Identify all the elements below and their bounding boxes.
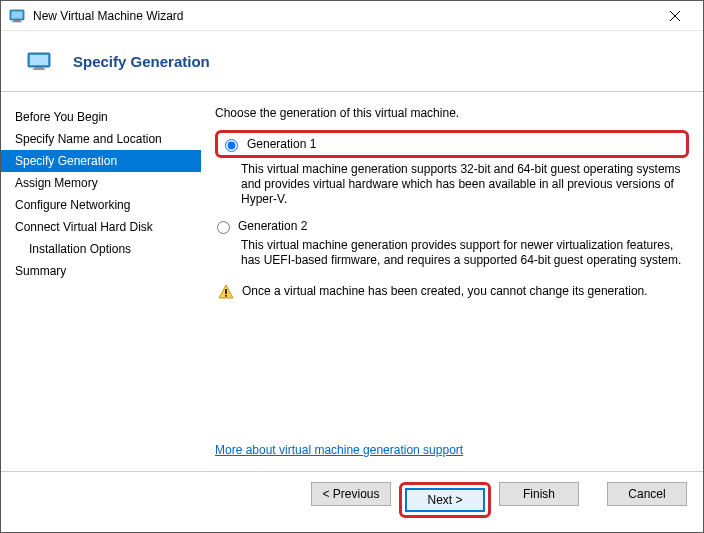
sidebar-item-configure-networking[interactable]: Configure Networking [1,194,201,216]
footer: < Previous Next > Finish Cancel [1,471,703,532]
warning-text: Once a virtual machine has been created,… [242,284,648,298]
header: Specify Generation [1,31,703,91]
sidebar-item-specify-name[interactable]: Specify Name and Location [1,128,201,150]
finish-button[interactable]: Finish [499,482,579,506]
sidebar-item-summary[interactable]: Summary [1,260,201,282]
cancel-button[interactable]: Cancel [607,482,687,506]
main-content: Choose the generation of this virtual ma… [201,92,703,471]
page-title: Specify Generation [73,53,210,70]
previous-button[interactable]: < Previous [311,482,391,506]
close-button[interactable] [655,2,695,30]
desc-gen1: This virtual machine generation supports… [241,162,689,207]
svg-rect-3 [13,21,22,22]
link-row: More about virtual machine generation su… [215,443,689,471]
sidebar-item-before-you-begin[interactable]: Before You Begin [1,106,201,128]
radio-label-gen2: Generation 2 [238,219,307,233]
desc-gen2: This virtual machine generation provides… [241,238,689,268]
svg-rect-8 [35,67,43,69]
svg-rect-7 [30,55,48,65]
sidebar: Before You Begin Specify Name and Locati… [1,92,201,471]
app-icon [9,8,25,24]
header-icon [27,52,51,70]
sidebar-item-connect-vhd[interactable]: Connect Virtual Hard Disk [1,216,201,238]
svg-rect-2 [14,20,20,21]
next-button[interactable]: Next > [405,488,485,512]
highlight-next: Next > [399,482,491,518]
warning-row: Once a virtual machine has been created,… [215,284,689,300]
highlight-gen1: Generation 1 [215,130,689,158]
sidebar-item-assign-memory[interactable]: Assign Memory [1,172,201,194]
radio-generation-2[interactable] [217,221,230,234]
more-info-link[interactable]: More about virtual machine generation su… [215,443,463,457]
svg-rect-12 [225,295,227,297]
titlebar: New Virtual Machine Wizard [1,1,703,31]
window-title: New Virtual Machine Wizard [33,9,655,23]
sidebar-item-installation-options[interactable]: Installation Options [1,238,201,260]
sidebar-item-specify-generation[interactable]: Specify Generation [1,150,201,172]
prompt-text: Choose the generation of this virtual ma… [215,106,689,120]
warning-icon [218,284,234,300]
radio-generation-1[interactable] [225,139,238,152]
svg-rect-11 [225,289,227,294]
wizard-window: New Virtual Machine Wizard Specify Gener… [0,0,704,533]
radio-label-gen1: Generation 1 [247,137,316,151]
body: Before You Begin Specify Name and Locati… [1,92,703,471]
option-gen2: Generation 2 [215,219,689,234]
svg-rect-1 [12,11,23,18]
svg-rect-9 [33,69,45,70]
